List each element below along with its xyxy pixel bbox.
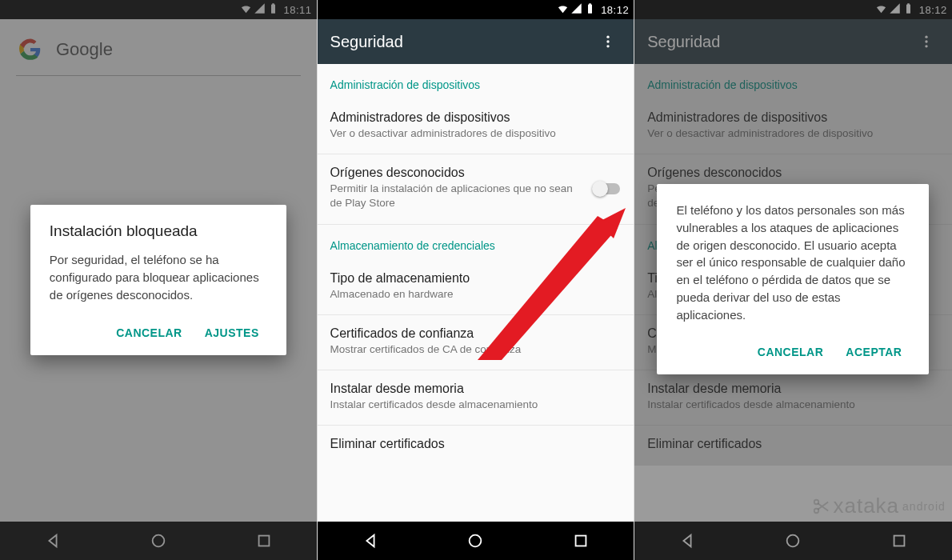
item-subtitle: Instalar certificados desde almacenamien… bbox=[330, 398, 622, 412]
section-device-admin: Administración de dispositivos bbox=[318, 64, 634, 99]
dialog-scrim: El teléfono y los datos personales son m… bbox=[634, 0, 952, 560]
overflow-menu-button[interactable] bbox=[592, 19, 624, 64]
unknown-sources-confirm-dialog: El teléfono y los datos personales son m… bbox=[657, 184, 929, 374]
dialog-title: Instalación bloqueada bbox=[50, 222, 267, 240]
battery-icon bbox=[584, 2, 596, 17]
install-blocked-dialog: Instalación bloqueada Por seguridad, el … bbox=[30, 205, 286, 354]
accept-button[interactable]: ACEPTAR bbox=[838, 338, 910, 366]
svg-point-4 bbox=[607, 45, 610, 47]
item-title: Administradores de dispositivos bbox=[330, 110, 622, 125]
section-credentials: Almacenamiento de credenciales bbox=[318, 225, 634, 260]
item-subtitle: Almacenado en hardware bbox=[330, 287, 622, 302]
app-bar-title: Seguridad bbox=[330, 33, 403, 51]
item-storage-type[interactable]: Tipo de almacenamiento Almacenado en har… bbox=[318, 260, 634, 315]
signal-icon bbox=[570, 2, 582, 17]
item-subtitle: Mostrar certificados de CA de confianza bbox=[330, 342, 622, 357]
dialog-actions: CANCELAR ACEPTAR bbox=[676, 338, 910, 366]
status-time: 18:12 bbox=[601, 4, 629, 16]
settings-list: Administración de dispositivos Administr… bbox=[318, 64, 634, 466]
svg-point-3 bbox=[607, 40, 610, 42]
item-install-from-storage[interactable]: Instalar desde memoria Instalar certific… bbox=[318, 370, 634, 426]
dialog-body: Por seguridad, el teléfono se ha configu… bbox=[50, 251, 267, 303]
unknown-sources-toggle[interactable] bbox=[592, 181, 621, 197]
item-title: Orígenes desconocidos bbox=[330, 166, 622, 180]
item-trusted-certs[interactable]: Certificados de confianza Mostrar certif… bbox=[318, 315, 634, 370]
nav-home-button[interactable] bbox=[451, 532, 499, 550]
item-clear-certs[interactable]: Eliminar certificados bbox=[318, 426, 634, 466]
nav-recent-button[interactable] bbox=[557, 532, 605, 550]
dialog-actions: CANCELAR AJUSTES bbox=[50, 318, 267, 347]
cancel-button[interactable]: CANCELAR bbox=[750, 338, 832, 366]
item-title: Tipo de almacenamiento bbox=[330, 271, 622, 286]
status-bar: 18:12 bbox=[318, 0, 634, 19]
phone-screen-2: 18:12 Seguridad Administración de dispos… bbox=[318, 0, 635, 560]
item-subtitle: Ver o desactivar administradores de disp… bbox=[330, 126, 622, 141]
item-subtitle: Permitir la instalación de aplicaciones … bbox=[330, 182, 622, 210]
dialog-body: El teléfono y los datos personales son m… bbox=[676, 202, 910, 323]
nav-bar bbox=[318, 522, 634, 560]
nav-back-button[interactable] bbox=[346, 532, 394, 550]
item-title: Instalar desde memoria bbox=[330, 382, 622, 396]
item-title: Eliminar certificados bbox=[330, 437, 622, 451]
phone-screen-1: 18:11 Google Instalación bloqueada Por s… bbox=[0, 0, 318, 560]
dialog-scrim: Instalación bloqueada Por seguridad, el … bbox=[0, 0, 317, 560]
settings-button[interactable]: AJUSTES bbox=[197, 318, 267, 347]
app-bar: Seguridad bbox=[318, 19, 634, 64]
phone-screen-3: 18:12 Seguridad Administración de dispos… bbox=[634, 0, 952, 560]
item-unknown-sources[interactable]: Orígenes desconocidos Permitir la instal… bbox=[318, 154, 634, 224]
svg-point-2 bbox=[607, 36, 610, 38]
item-title: Certificados de confianza bbox=[330, 326, 622, 341]
item-device-admins[interactable]: Administradores de dispositivos Ver o de… bbox=[318, 99, 634, 154]
svg-rect-8 bbox=[576, 536, 586, 546]
wifi-icon bbox=[557, 2, 569, 17]
cancel-button[interactable]: CANCELAR bbox=[108, 318, 190, 347]
svg-point-7 bbox=[470, 535, 482, 547]
